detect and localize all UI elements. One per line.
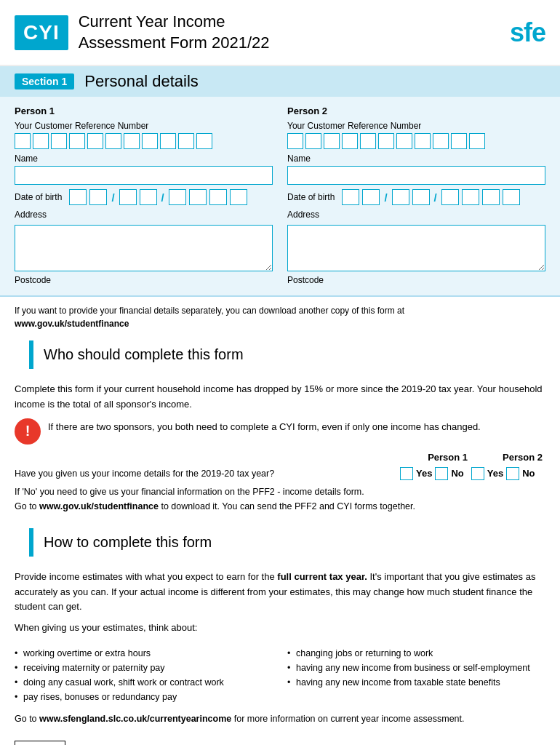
dob-box-4[interactable] xyxy=(412,189,430,205)
person1-no-label: No xyxy=(451,468,463,479)
bullet-item: doing any casual work, shift work or con… xyxy=(15,675,273,690)
ref-box[interactable] xyxy=(287,133,303,149)
ref-box[interactable] xyxy=(178,133,194,149)
section1-title: Personal details xyxy=(84,72,199,91)
person2-heading: Person 2 xyxy=(287,105,545,116)
ref-box[interactable] xyxy=(69,133,85,149)
dob-box-4[interactable] xyxy=(140,189,157,205)
person2-col: Person 2 Your Customer Reference Number … xyxy=(287,105,545,285)
person2-name-input[interactable] xyxy=(287,166,545,185)
qr-code xyxy=(15,741,65,745)
person1-name-input[interactable] xyxy=(15,166,273,185)
header-title-line1: Current Year Income xyxy=(79,12,225,31)
ref-box[interactable] xyxy=(196,133,212,149)
dob-box-3[interactable] xyxy=(119,189,137,205)
ref-box[interactable] xyxy=(51,133,67,149)
dob-box-1[interactable] xyxy=(69,189,87,205)
person2-address-input[interactable] xyxy=(287,225,545,271)
person2-ref-label: Your Customer Reference Number xyxy=(287,121,545,131)
bullet-columns: working overtime or extra hours receivin… xyxy=(15,642,545,709)
how-body-line2: When giving us your estimates, think abo… xyxy=(15,621,545,636)
person1-ref-label: Your Customer Reference Number xyxy=(15,121,273,131)
person2-yes-label: Yes xyxy=(487,468,503,479)
person2-name-label: Name xyxy=(287,154,545,164)
dob-box-8[interactable] xyxy=(503,189,520,205)
dob-sep-1: / xyxy=(111,191,114,204)
person1-dob-row: Date of birth / / xyxy=(15,189,273,205)
person1-name-label: Name xyxy=(15,154,273,164)
ref-box[interactable] xyxy=(396,133,412,149)
ref-box[interactable] xyxy=(87,133,103,149)
persons-row: Person 1 Your Customer Reference Number … xyxy=(15,105,545,285)
dob-box-3[interactable] xyxy=(392,189,409,205)
ref-box[interactable] xyxy=(342,133,358,149)
ref-box[interactable] xyxy=(160,133,176,149)
personal-details: Person 1 Your Customer Reference Number … xyxy=(0,97,560,297)
ref-box[interactable] xyxy=(415,133,431,149)
person2-yes-box[interactable] xyxy=(471,467,484,480)
ref-box[interactable] xyxy=(33,133,49,149)
bullet-item: working overtime or extra hours xyxy=(15,646,273,661)
bullets-right: changing jobs or returning to work havin… xyxy=(287,642,545,709)
how-body-text: Provide income estimates with what you e… xyxy=(15,570,545,615)
ref-box[interactable] xyxy=(15,133,31,149)
dob-sep-1: / xyxy=(384,191,387,204)
ref-box[interactable] xyxy=(433,133,449,149)
go-to-text: Go to www.sfengland.slc.co.uk/currentyea… xyxy=(15,712,545,726)
dob-box-5[interactable] xyxy=(169,189,186,205)
dob-box-2[interactable] xyxy=(362,189,380,205)
dob-box-8[interactable] xyxy=(230,189,247,205)
dob-box-5[interactable] xyxy=(441,189,459,205)
warning-icon: ! xyxy=(15,418,41,445)
note-text-body: If you want to provide your financial de… xyxy=(15,306,404,316)
ref-box[interactable] xyxy=(324,133,340,149)
person2-dob-label: Date of birth xyxy=(287,192,335,202)
dob-box-7[interactable] xyxy=(209,189,227,205)
section1-header: Section 1 Personal details xyxy=(0,66,560,97)
person2-postcode-label: Postcode xyxy=(287,275,545,285)
ref-box[interactable] xyxy=(142,133,158,149)
person1-postcode-label: Postcode xyxy=(15,275,273,285)
dob-box-6[interactable] xyxy=(189,189,207,205)
header-title: Current Year Income Assessment Form 2021… xyxy=(79,12,270,53)
persons-headers: Person 1 Person 2 xyxy=(15,452,545,463)
dob-sep-2: / xyxy=(434,191,437,204)
if-no-text: If 'No' you need to give us your financi… xyxy=(15,485,545,514)
dob-box-2[interactable] xyxy=(89,189,107,205)
how-section-wrapper: How to complete this form xyxy=(0,524,560,557)
how-body-bold: full current tax year. xyxy=(277,571,367,582)
how-section-block: How to complete this form xyxy=(29,528,531,557)
who-section-block: Who should complete this form xyxy=(29,340,531,369)
person2-dob-row: Date of birth / / xyxy=(287,189,545,205)
person1-yes-box[interactable] xyxy=(400,467,413,480)
income-yn-section: Have you given us your income details fo… xyxy=(15,467,545,480)
how-content: Provide income estimates with what you e… xyxy=(0,564,560,735)
dob-sep-2: / xyxy=(161,191,164,204)
how-body-pre: Provide income estimates with what you e… xyxy=(15,571,277,582)
person1-address-label: Address xyxy=(15,210,273,220)
ref-box[interactable] xyxy=(305,133,321,149)
income-question-text: Have you given us your income details fo… xyxy=(15,469,400,479)
dob-box-6[interactable] xyxy=(462,189,479,205)
section1-badge: Section 1 xyxy=(15,73,74,89)
yn-controls: Yes No Yes No xyxy=(400,467,545,480)
ref-box[interactable] xyxy=(360,133,376,149)
sfe-logo: sfe xyxy=(510,17,545,48)
ref-box[interactable] xyxy=(378,133,394,149)
person1-no-box[interactable] xyxy=(435,467,448,480)
person1-yes-label: Yes xyxy=(416,468,432,479)
ref-box[interactable] xyxy=(469,133,485,149)
person1-address-input[interactable] xyxy=(15,225,273,271)
ref-box[interactable] xyxy=(451,133,467,149)
dob-box-1[interactable] xyxy=(342,189,359,205)
header-title-line2: Assessment Form 2021/22 xyxy=(79,33,270,52)
ref-box[interactable] xyxy=(105,133,121,149)
bullets-left: working overtime or extra hours receivin… xyxy=(15,642,273,709)
warning-text: If there are two sponsors, you both need… xyxy=(48,418,481,434)
bullet-item: pay rises, bonuses or redundancy pay xyxy=(15,690,273,704)
person2-no-box[interactable] xyxy=(506,467,519,480)
person2-yn: Yes No xyxy=(471,467,535,480)
ref-box[interactable] xyxy=(124,133,140,149)
dob-box-7[interactable] xyxy=(482,189,500,205)
income-question-section: Person 1 Person 2 Have you given us your… xyxy=(15,452,545,514)
